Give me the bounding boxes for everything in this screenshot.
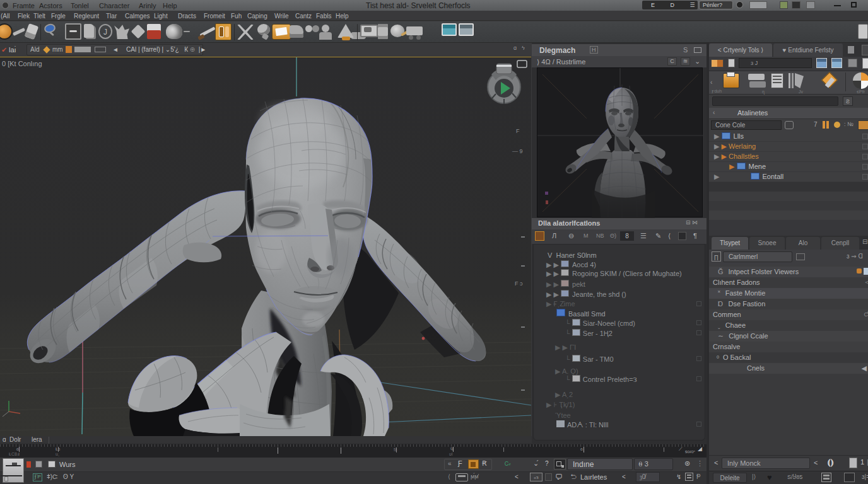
svg-text:F: F [516, 128, 520, 134]
svg-text:F ɔ: F ɔ [515, 280, 523, 287]
svg-text:0 [Kt Conlıng: 0 [Kt Conlıng [2, 60, 42, 67]
svg-text:— 9: — 9 [512, 148, 523, 154]
